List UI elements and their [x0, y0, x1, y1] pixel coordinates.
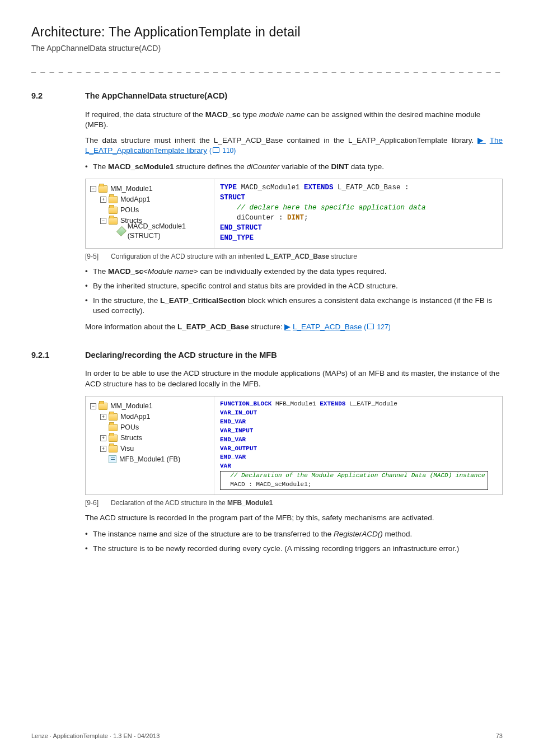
- tree-label: POUs: [120, 423, 139, 432]
- expand-icon[interactable]: +: [100, 435, 106, 441]
- code-panel: TYPE MACD_scModule1 EXTENDS L_EATP_ACD_B…: [214, 179, 502, 248]
- tree-node[interactable]: +ModApp1: [90, 194, 208, 205]
- project-tree[interactable]: −MM_Module1 +ModApp1 POUs −Structs MACD_…: [90, 184, 208, 237]
- collapse-icon[interactable]: −: [90, 403, 96, 409]
- tree-node[interactable]: +Visu: [90, 444, 208, 454]
- text: > can be individually extended by the da…: [194, 267, 387, 276]
- tree-label: POUs: [120, 206, 139, 215]
- text-bold: MACD_sc: [108, 267, 143, 276]
- spacer-icon: [100, 424, 106, 431]
- folder-icon: [109, 445, 118, 452]
- tree-node[interactable]: −MM_Module1: [90, 184, 208, 194]
- folder-icon: [109, 196, 118, 203]
- fb-icon: [109, 455, 116, 463]
- text-bold: L_EATP_CriticalSection: [160, 296, 246, 305]
- section-title: Declaring/recording the ACD structure in…: [85, 350, 277, 361]
- folder-icon: [109, 413, 118, 421]
- bullet-item: • In the structure, the L_EATP_CriticalS…: [85, 296, 503, 316]
- text-bold: MACD_sc: [205, 110, 241, 119]
- text-italic: RegisterACD(): [334, 530, 383, 538]
- footer-page-number: 73: [496, 732, 503, 740]
- tree-node[interactable]: MACD_scModule1 (STRUCT): [90, 226, 208, 237]
- bullet-text: The MACD_scModule1 structure defines the…: [93, 162, 503, 172]
- bullet-dot-icon: •: [85, 281, 93, 291]
- code-type: DINT: [287, 214, 304, 222]
- tree-label: Structs: [120, 433, 142, 443]
- text: The: [93, 162, 108, 171]
- struct-icon: [118, 227, 125, 235]
- footer-left: Lenze · ApplicationTemplate · 1.3 EN - 0…: [31, 732, 160, 740]
- book-icon: [213, 147, 219, 153]
- text-bold: DINT: [331, 162, 349, 171]
- tree-panel: −MM_Module1 +ModApp1 POUs −Structs MACD_…: [86, 179, 214, 248]
- tree-node[interactable]: −MM_Module1: [90, 401, 208, 412]
- book-icon: [367, 324, 374, 329]
- tree-node[interactable]: +ModApp1: [90, 412, 208, 422]
- tree-node[interactable]: MFB_Module1 (FB): [90, 454, 208, 465]
- bullet-list: • The MACD_sc<Module name> can be indivi…: [85, 267, 503, 316]
- code-keyword: END_VAR: [220, 418, 246, 425]
- bullet-item: • The structure is to be newly recorded …: [85, 544, 503, 554]
- folder-icon: [109, 207, 118, 214]
- bullet-dot-icon: •: [85, 296, 93, 316]
- page-reference[interactable]: ( 110): [209, 147, 236, 155]
- triangle-icon: ▶: [477, 136, 485, 144]
- text-bold: MFB_Module1: [227, 499, 273, 507]
- tree-node[interactable]: POUs: [90, 205, 208, 216]
- section-9-2-body: If required, the data structure of the M…: [85, 110, 503, 332]
- code-keyword: TYPE: [220, 184, 237, 192]
- code-keyword: VAR_IN_OUT: [220, 409, 257, 416]
- link-l-eatp-acd-base[interactable]: L_EATP_ACD_Base: [293, 323, 362, 331]
- tree-label: MM_Module1: [110, 184, 153, 194]
- paragraph: More information about the L_EATP_ACD_Ba…: [85, 322, 503, 332]
- bullet-item: • By the inherited structure, specific c…: [85, 281, 503, 291]
- figure-9-6: −MM_Module1 +ModApp1 POUs +Structs +Visu…: [85, 396, 503, 495]
- caption-number: [9-6]: [85, 498, 111, 507]
- collapse-icon[interactable]: −: [90, 186, 96, 192]
- tree-node[interactable]: POUs: [90, 422, 208, 433]
- bullet-item: • The instance name and size of the stru…: [85, 529, 503, 539]
- project-tree[interactable]: −MM_Module1 +ModApp1 POUs +Structs +Visu…: [90, 401, 208, 465]
- expand-icon[interactable]: +: [100, 197, 106, 203]
- page-reference[interactable]: ( 127): [364, 323, 390, 331]
- section-number: 9.2: [31, 91, 85, 102]
- tree-node[interactable]: +Structs: [90, 433, 208, 444]
- code-comment: // declare here the specific application…: [220, 204, 426, 212]
- bullet-dot-icon: •: [85, 544, 93, 554]
- text-bold: L_EATP_ACD_Base: [266, 253, 329, 260]
- bullet-dot-icon: •: [85, 529, 93, 539]
- text: In the structure, the: [93, 296, 160, 305]
- code-keyword: END_STRUCT: [220, 224, 262, 232]
- figure-9-5: −MM_Module1 +ModApp1 POUs −Structs MACD_…: [85, 179, 503, 249]
- code-keyword: END_TYPE: [220, 234, 254, 242]
- code-text: MACD : MACD_scModule1;: [223, 481, 311, 488]
- folder-icon: [99, 185, 107, 193]
- bullet-list: • The instance name and size of the stru…: [85, 529, 503, 554]
- page-header: Architecture: The ApplicationTemplate in…: [31, 24, 503, 73]
- page-title: Architecture: The ApplicationTemplate in…: [31, 24, 503, 41]
- spacer-icon: [110, 228, 116, 235]
- text-italic: module name: [259, 110, 305, 119]
- folder-icon: [109, 435, 118, 442]
- text-italic: Module name: [148, 267, 194, 276]
- text: The data structure must inherit the L_EA…: [85, 136, 477, 144]
- text: If required, the data structure of the: [85, 110, 205, 119]
- text-bold: MACD_scModule1: [108, 162, 174, 171]
- expand-icon[interactable]: +: [100, 446, 106, 452]
- code-keyword: VAR_OUTPUT: [220, 445, 257, 452]
- code-text: MACD_scModule1: [237, 184, 304, 192]
- section-number: 9.2.1: [31, 350, 85, 361]
- spacer-icon: [100, 207, 106, 213]
- code-text: L_EATP_Module: [345, 400, 397, 407]
- code-keyword: VAR: [220, 463, 231, 469]
- bullet-dot-icon: •: [85, 267, 93, 277]
- collapse-icon[interactable]: −: [100, 218, 106, 224]
- tree-label: Visu: [120, 444, 134, 454]
- text: variable of the: [279, 162, 331, 171]
- expand-icon[interactable]: +: [100, 414, 106, 420]
- bullet-text: The MACD_sc<Module name> can be individu…: [93, 267, 503, 277]
- code-keyword: STRUCT: [220, 194, 245, 202]
- spacer-icon: [100, 456, 106, 463]
- code-keyword: EXTENDS: [304, 184, 334, 192]
- caption-text: Declaration of the ACD structure in the …: [111, 498, 273, 507]
